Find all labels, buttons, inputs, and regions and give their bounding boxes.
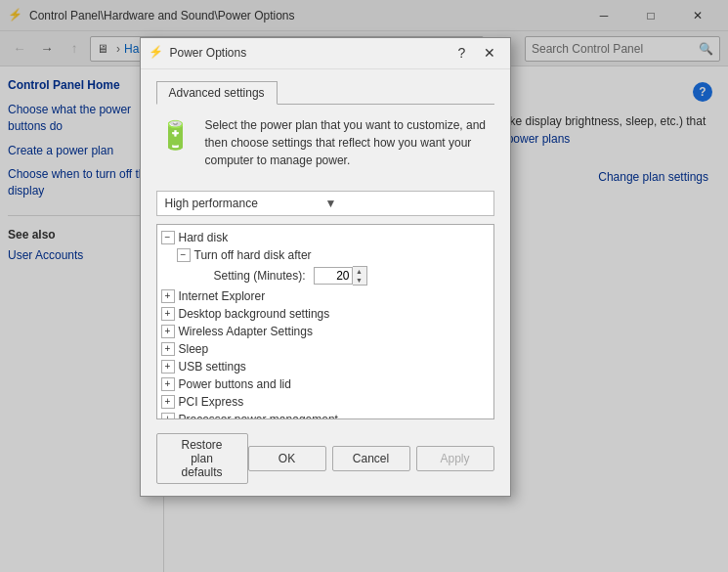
spinner-up-button[interactable]: ▲ bbox=[353, 267, 366, 276]
dialog-title-bar: ⚡ Power Options ? ✕ bbox=[141, 38, 510, 69]
spinner-down-button[interactable]: ▼ bbox=[353, 276, 366, 285]
dialog-desc-section: 🔋 Select the power plan that you want to… bbox=[156, 116, 494, 181]
tree-item-usb[interactable]: + USB settings bbox=[157, 358, 493, 375]
tree-toggle-turn-off-hdd[interactable]: − bbox=[177, 248, 191, 262]
tree-toggle-sleep[interactable]: + bbox=[161, 342, 175, 356]
tree-toggle-pci[interactable]: + bbox=[161, 395, 175, 409]
cancel-button[interactable]: Cancel bbox=[332, 446, 410, 471]
ok-button[interactable]: OK bbox=[248, 446, 326, 471]
tree-item-internet-explorer[interactable]: + Internet Explorer bbox=[157, 287, 493, 305]
tree-label-desktop: Desktop background settings bbox=[179, 307, 330, 321]
settings-tree[interactable]: − Hard disk − Turn off hard disk after S… bbox=[156, 224, 494, 419]
tree-toggle-hard-disk[interactable]: − bbox=[161, 231, 175, 244]
dialog-description: Select the power plan that you want to c… bbox=[205, 116, 494, 169]
tree-toggle-processor[interactable]: + bbox=[161, 413, 175, 419]
dialog-icon: ⚡ bbox=[149, 45, 164, 61]
tree-label-ie: Internet Explorer bbox=[179, 289, 266, 303]
minutes-spinner: ▲ ▼ bbox=[314, 266, 367, 286]
tree-label-sleep: Sleep bbox=[179, 342, 209, 356]
tree-label-usb: USB settings bbox=[179, 360, 246, 374]
tree-label-power-buttons: Power buttons and lid bbox=[179, 377, 291, 391]
dialog-title-text: Power Options bbox=[170, 46, 450, 60]
dialog-title-buttons: ? ✕ bbox=[450, 40, 502, 66]
plan-dropdown-value: High performance bbox=[165, 197, 325, 210]
tree-item-desktop-bg[interactable]: + Desktop background settings bbox=[157, 305, 493, 323]
tree-label-setting-minutes: Setting (Minutes): bbox=[214, 269, 306, 283]
dialog-overlay: ⚡ Power Options ? ✕ Advanced settings 🔋 … bbox=[0, 0, 728, 572]
tree-item-processor[interactable]: + Processor power management bbox=[157, 411, 493, 419]
dialog-close-button[interactable]: ✕ bbox=[477, 40, 502, 66]
tree-toggle-ie[interactable]: + bbox=[161, 289, 175, 303]
tree-item-wireless[interactable]: + Wireless Adapter Settings bbox=[157, 323, 493, 340]
tree-item-turn-off-hdd[interactable]: − Turn off hard disk after bbox=[157, 246, 493, 264]
tree-label-hard-disk: Hard disk bbox=[179, 231, 229, 244]
tree-label-wireless: Wireless Adapter Settings bbox=[179, 325, 313, 338]
dropdown-arrow-icon: ▼ bbox=[325, 197, 486, 210]
dialog-footer: Restore plan defaults OK Cancel Apply bbox=[156, 429, 494, 484]
tree-label-pci: PCI Express bbox=[179, 395, 244, 409]
dialog-action-buttons: OK Cancel Apply bbox=[248, 446, 494, 471]
tree-item-power-buttons[interactable]: + Power buttons and lid bbox=[157, 375, 493, 393]
tree-label-processor: Processor power management bbox=[179, 413, 338, 419]
dialog-body: Advanced settings 🔋 Select the power pla… bbox=[141, 69, 510, 496]
plan-dropdown[interactable]: High performance ▼ bbox=[156, 191, 494, 216]
tree-toggle-power-buttons[interactable]: + bbox=[161, 377, 175, 391]
tree-label-turn-off-hdd: Turn off hard disk after bbox=[194, 248, 312, 262]
spinner-buttons: ▲ ▼ bbox=[353, 266, 367, 286]
tree-item-hard-disk[interactable]: − Hard disk bbox=[157, 229, 493, 246]
tab-advanced-settings[interactable]: Advanced settings bbox=[156, 81, 278, 105]
tree-item-pci[interactable]: + PCI Express bbox=[157, 393, 493, 411]
dialog-desc-icon: 🔋 bbox=[156, 116, 195, 155]
apply-button[interactable]: Apply bbox=[416, 446, 494, 471]
tree-item-sleep[interactable]: + Sleep bbox=[157, 340, 493, 358]
dialog-help-button[interactable]: ? bbox=[450, 40, 475, 66]
tree-toggle-usb[interactable]: + bbox=[161, 360, 175, 374]
minutes-input[interactable] bbox=[314, 267, 353, 285]
dialog-tabs: Advanced settings bbox=[156, 81, 494, 105]
tree-item-setting-minutes: Setting (Minutes): ▲ ▼ bbox=[157, 264, 493, 287]
power-options-dialog: ⚡ Power Options ? ✕ Advanced settings 🔋 … bbox=[140, 37, 511, 497]
tree-toggle-desktop[interactable]: + bbox=[161, 307, 175, 321]
restore-defaults-button[interactable]: Restore plan defaults bbox=[156, 433, 248, 484]
tree-toggle-wireless[interactable]: + bbox=[161, 325, 175, 338]
